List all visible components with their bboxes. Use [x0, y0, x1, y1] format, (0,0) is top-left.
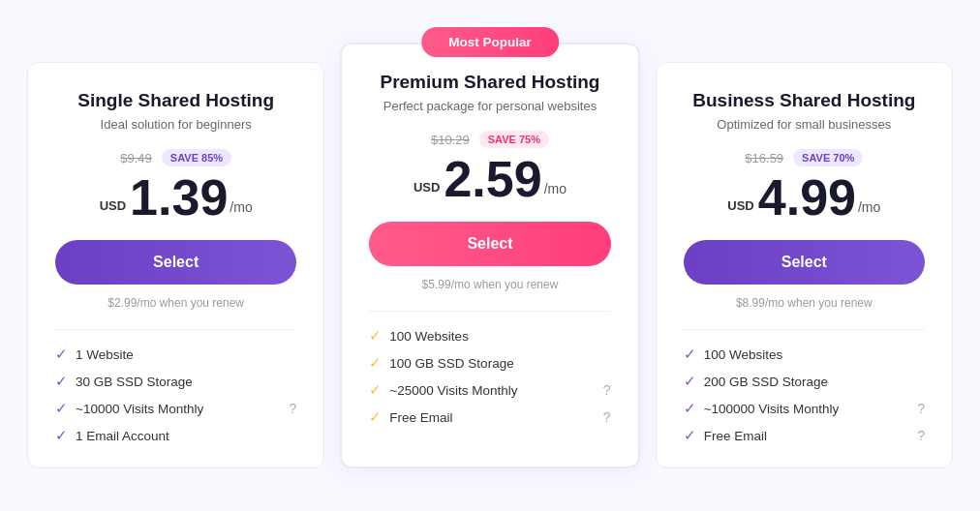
price-display-single: USD 1.39 /mo [55, 172, 296, 223]
renew-note-single: $2.99/mo when you renew [55, 296, 296, 310]
feature-item-single-3: ✓ 1 Email Account [55, 427, 296, 444]
pricing-row-single: $9.49 SAVE 85% [55, 149, 296, 166]
check-icon-single-0: ✓ [55, 346, 68, 363]
feature-item-single-1: ✓ 30 GB SSD Storage [55, 373, 296, 390]
check-icon-business-1: ✓ [684, 373, 696, 390]
help-icon-business-2[interactable]: ? [917, 401, 925, 416]
price-amount-business: 4.99 [758, 172, 856, 223]
feature-text-single-2: ~10000 Visits Monthly [76, 402, 203, 416]
help-icon-single-2[interactable]: ? [290, 401, 297, 416]
feature-item-business-1: ✓ 200 GB SSD Storage [684, 373, 925, 390]
plan-title-business: Business Shared Hosting [684, 90, 925, 111]
feature-item-business-2: ✓ ~100000 Visits Monthly ? [684, 400, 925, 417]
plan-subtitle-single: Ideal solution for beginners [55, 117, 296, 132]
price-period-business: /mo [858, 199, 880, 215]
popular-badge: Most Popular [421, 27, 559, 57]
select-button-single[interactable]: Select [55, 240, 296, 285]
divider-single [55, 329, 296, 330]
check-icon-single-2: ✓ [55, 400, 68, 417]
pricing-row-business: $16.59 SAVE 70% [684, 149, 925, 166]
check-icon-single-1: ✓ [55, 373, 68, 390]
check-icon-single-3: ✓ [55, 427, 68, 444]
check-icon-business-2: ✓ [684, 400, 696, 417]
price-period-single: /mo [230, 199, 252, 215]
price-display-business: USD 4.99 /mo [684, 172, 925, 223]
plan-subtitle-business: Optimized for small businesses [684, 117, 925, 132]
plan-title-premium: Premium Shared Hosting [369, 72, 610, 93]
price-display-premium: USD 2.59 /mo [369, 154, 610, 204]
check-icon-business-0: ✓ [684, 346, 696, 363]
features-list-premium: ✓ 100 Websites ✓ 100 GB SSD Storage ✓ ~2… [369, 327, 610, 426]
features-list-single: ✓ 1 Website ✓ 30 GB SSD Storage ✓ ~10000… [55, 346, 296, 444]
feature-text-business-2: ~100000 Visits Monthly [704, 402, 840, 416]
save-badge-single: SAVE 85% [162, 149, 231, 166]
feature-text-premium-3: Free Email [389, 410, 452, 425]
help-icon-business-3[interactable]: ? [917, 428, 925, 443]
plan-title-single: Single Shared Hosting [55, 90, 296, 111]
original-price-premium: $10.29 [431, 133, 470, 147]
price-period-premium: /mo [544, 181, 567, 196]
plan-card-business: Business Shared Hosting Optimized for sm… [656, 62, 953, 468]
feature-item-business-0: ✓ 100 Websites [684, 346, 925, 363]
price-amount-single: 1.39 [130, 172, 228, 223]
check-icon-business-3: ✓ [684, 427, 696, 444]
divider-business [684, 329, 925, 330]
features-list-business: ✓ 100 Websites ✓ 200 GB SSD Storage ✓ ~1… [684, 346, 925, 444]
feature-text-premium-1: 100 GB SSD Storage [389, 356, 513, 371]
divider-premium [369, 311, 610, 312]
feature-item-single-2: ✓ ~10000 Visits Monthly ? [55, 400, 296, 417]
original-price-business: $16.59 [745, 151, 783, 165]
currency-label-single: USD [100, 198, 126, 213]
plan-card-single: Single Shared Hosting Ideal solution for… [27, 62, 324, 468]
feature-item-premium-2: ✓ ~25000 Visits Monthly ? [369, 381, 610, 399]
check-icon-premium-0: ✓ [369, 327, 382, 345]
select-button-business[interactable]: Select [684, 240, 925, 285]
feature-text-premium-2: ~25000 Visits Monthly [389, 383, 517, 398]
plan-card-premium: Most Popular Premium Shared Hosting Perf… [340, 43, 639, 468]
renew-note-premium: $5.99/mo when you renew [369, 278, 610, 291]
currency-label-business: USD [727, 198, 753, 213]
feature-text-single-1: 30 GB SSD Storage [76, 375, 193, 389]
pricing-row-premium: $10.29 SAVE 75% [369, 131, 610, 148]
check-icon-premium-3: ✓ [369, 408, 382, 426]
original-price-single: $9.49 [120, 151, 152, 165]
feature-text-single-0: 1 Website [76, 347, 134, 362]
check-icon-premium-2: ✓ [369, 381, 382, 399]
feature-item-business-3: ✓ Free Email ? [684, 427, 925, 444]
feature-item-premium-3: ✓ Free Email ? [369, 408, 610, 426]
currency-label-premium: USD [413, 180, 440, 195]
save-badge-business: SAVE 70% [793, 149, 863, 166]
feature-item-single-0: ✓ 1 Website [55, 346, 296, 363]
feature-item-premium-0: ✓ 100 Websites [369, 327, 610, 345]
check-icon-premium-1: ✓ [369, 354, 382, 372]
feature-text-business-1: 200 GB SSD Storage [704, 375, 828, 389]
pricing-container: Single Shared Hosting Ideal solution for… [19, 43, 961, 468]
help-icon-premium-2[interactable]: ? [603, 382, 611, 398]
renew-note-business: $8.99/mo when you renew [684, 296, 925, 310]
save-badge-premium: SAVE 75% [479, 131, 549, 148]
feature-text-premium-0: 100 Websites [389, 329, 469, 344]
help-icon-premium-3[interactable]: ? [603, 409, 611, 425]
select-button-premium[interactable]: Select [369, 222, 610, 266]
feature-item-premium-1: ✓ 100 GB SSD Storage [369, 354, 610, 372]
plan-subtitle-premium: Perfect package for personal websites [369, 99, 610, 113]
feature-text-business-3: Free Email [704, 429, 767, 443]
feature-text-single-3: 1 Email Account [76, 429, 169, 443]
price-amount-premium: 2.59 [444, 154, 541, 204]
feature-text-business-0: 100 Websites [704, 347, 783, 362]
